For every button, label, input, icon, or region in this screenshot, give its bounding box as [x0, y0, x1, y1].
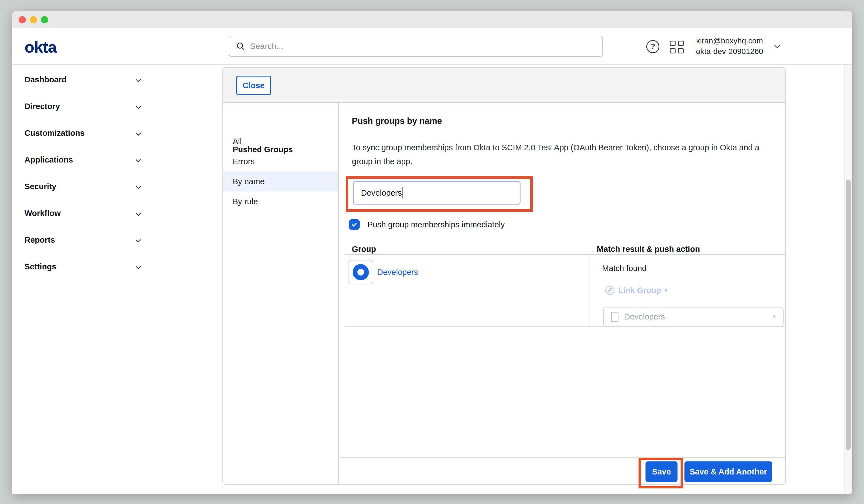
chevron-down-icon: [135, 264, 141, 269]
account-email: kiran@boxyhq.com: [690, 36, 769, 46]
app-group-icon: [611, 312, 619, 322]
sidebar-item-dashboard[interactable]: Dashboard: [12, 66, 155, 93]
subnav-item-errors[interactable]: Errors: [223, 152, 338, 171]
column-header-match: Match result & push action: [597, 244, 700, 254]
group-name-value: Developers: [361, 189, 402, 197]
group-name-input[interactable]: Developers: [353, 181, 520, 205]
zoom-window-button[interactable]: [41, 16, 48, 23]
search-icon: [236, 41, 245, 51]
sidebar-nav: Dashboard Directory Customizations Appli…: [12, 64, 155, 494]
sidebar-item-customizations[interactable]: Customizations: [12, 120, 155, 146]
link-group-label: Link Group: [618, 286, 661, 295]
subnav-item-all[interactable]: All: [223, 131, 338, 152]
subnav-item-by-rule[interactable]: By rule: [223, 191, 338, 212]
save-button[interactable]: Save: [646, 461, 677, 482]
text-caret: [403, 187, 403, 199]
panel-header: Close: [223, 68, 785, 103]
sidebar-item-directory[interactable]: Directory: [12, 93, 155, 120]
check-icon: [351, 221, 358, 228]
sidebar-item-reports[interactable]: Reports: [12, 227, 155, 253]
page-title: Push groups by name: [352, 116, 442, 126]
sidebar-item-settings[interactable]: Settings: [12, 253, 155, 280]
chevron-down-icon: [135, 184, 141, 189]
push-immediately-row: Push group memberships immediately: [349, 219, 505, 230]
window-titlebar: [12, 11, 852, 28]
push-immediately-checkbox[interactable]: [349, 219, 360, 230]
help-icon[interactable]: ?: [646, 40, 659, 53]
select-caret-icon: ▾: [773, 313, 776, 320]
close-window-button[interactable]: [19, 16, 26, 23]
search-placeholder: Search...: [250, 41, 283, 51]
chevron-down-icon: [135, 157, 141, 163]
save-add-another-button[interactable]: Save & Add Another: [684, 461, 772, 482]
account-menu[interactable]: kiran@boxyhq.com okta-dev-20901260: [690, 36, 769, 57]
close-button[interactable]: Close: [236, 76, 271, 95]
chevron-down-icon: [135, 77, 141, 82]
scrollbar-track[interactable]: [844, 64, 852, 494]
sidebar-item-applications[interactable]: Applications: [12, 146, 155, 173]
push-by-name-content: Push groups by name To sync group member…: [339, 103, 785, 484]
okta-group-icon: [348, 260, 373, 285]
match-status-text: Match found: [602, 264, 647, 273]
group-donut-icon: [353, 264, 369, 280]
app-window: okta Search... ? kiran@boxyhq.com okta-d…: [12, 11, 852, 494]
okta-logo[interactable]: okta: [24, 38, 57, 56]
footer-divider: [339, 457, 785, 458]
group-name-link[interactable]: Developers: [377, 268, 418, 277]
push-immediately-label: Push group memberships immediately: [368, 220, 505, 229]
search-input[interactable]: Search...: [229, 36, 603, 57]
app-group-select[interactable]: Developers ▾: [603, 307, 783, 326]
scrollbar-thumb[interactable]: [845, 180, 851, 450]
pushed-groups-subnav: Pushed Groups All Errors By name By rule: [223, 103, 339, 484]
link-group-dropdown-disabled[interactable]: Link Group ▾: [605, 285, 668, 296]
app-group-value: Developers: [624, 312, 767, 322]
account-chevron-down-icon[interactable]: [774, 42, 780, 48]
chevron-down-icon: [135, 104, 141, 109]
description-text: To sync group memberships from Okta to S…: [352, 141, 769, 168]
minimize-window-button[interactable]: [30, 16, 37, 23]
sidebar-item-workflow[interactable]: Workflow: [12, 200, 155, 227]
sidebar-item-security[interactable]: Security: [12, 173, 155, 200]
link-icon: [605, 285, 615, 295]
chevron-down-icon: [135, 237, 141, 243]
account-org: okta-dev-20901260: [690, 46, 769, 57]
column-header-group: Group: [352, 244, 376, 254]
subnav-item-by-name[interactable]: By name: [223, 171, 338, 191]
push-groups-panel: Close Pushed Groups All Errors By name B…: [223, 67, 786, 485]
column-divider: [589, 255, 590, 326]
chevron-down-icon: [135, 130, 141, 136]
apps-grid-icon[interactable]: [670, 41, 685, 54]
table-header-row: [345, 242, 785, 255]
chevron-down-icon: [135, 211, 141, 216]
link-group-caret-icon: ▾: [665, 287, 668, 293]
top-nav: okta Search... ? kiran@boxyhq.com okta-d…: [12, 28, 852, 64]
table-row: Developers Match found Link Group ▾ Deve…: [345, 255, 785, 327]
